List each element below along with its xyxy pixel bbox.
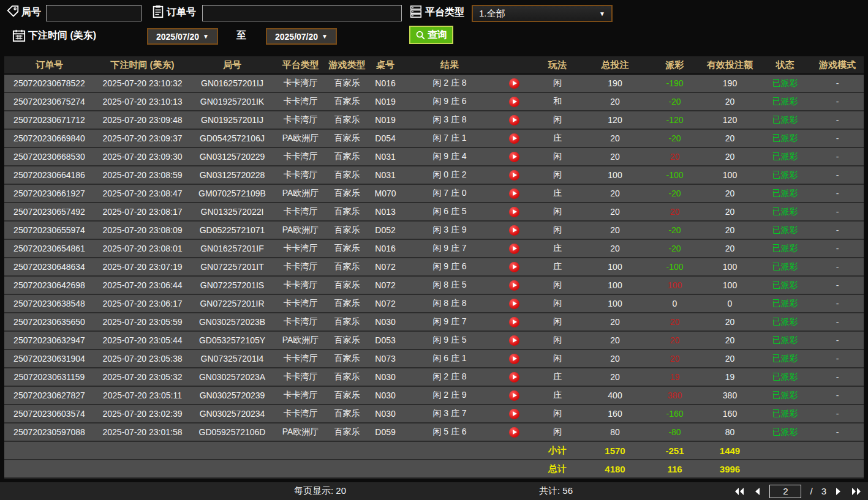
replay-play-button[interactable] <box>509 317 519 327</box>
cell-valid-bet: 100 <box>701 170 759 180</box>
order-no-label: 订单号 <box>167 6 196 19</box>
cell-game-mode: - <box>811 152 864 162</box>
cell-platform: 卡卡湾厅 <box>274 298 327 309</box>
previous-page-button[interactable] <box>753 487 761 496</box>
cell-table-no: N016 <box>367 244 404 253</box>
cell-order-no: 250720230603574 <box>4 409 94 419</box>
cell-status: 已派彩 <box>759 261 811 272</box>
cell-status: 已派彩 <box>759 371 811 382</box>
cell-game-type: 百家乐 <box>327 151 367 162</box>
replay-play-button[interactable] <box>509 188 519 199</box>
next-page-button[interactable] <box>835 487 842 496</box>
cell-game-mode: - <box>811 427 864 437</box>
cell-platform: 卡卡湾厅 <box>274 353 327 364</box>
cell-game-type: 百家乐 <box>327 390 367 401</box>
pagination-bar: 每页显示: 20 共计: 56 / 3 <box>0 481 868 500</box>
replay-play-button[interactable] <box>509 244 519 254</box>
current-page-input[interactable] <box>769 485 801 498</box>
cell-game-type: 百家乐 <box>327 114 367 125</box>
replay-play-button[interactable] <box>509 354 519 364</box>
replay-play-button[interactable] <box>509 225 519 236</box>
date-from-select[interactable]: 2025/07/20 ▼ <box>147 28 218 45</box>
last-page-button[interactable] <box>851 487 862 496</box>
cell-game-mode: - <box>811 372 864 382</box>
play-icon <box>513 118 517 122</box>
cell-order-no: 250720230655974 <box>4 225 94 235</box>
cell-game-no: GD05225721071 <box>191 225 274 235</box>
cell-game-type: 百家乐 <box>327 96 367 107</box>
col-header-game-type: 游戏类型 <box>327 59 367 71</box>
col-header-payout: 派彩 <box>649 59 701 71</box>
cell-game-mode: - <box>811 97 864 106</box>
replay-play-button[interactable] <box>509 335 519 346</box>
cell-total-bet: 100 <box>581 299 649 308</box>
cell-valid-bet: 80 <box>701 427 759 437</box>
cell-table-no: N030 <box>367 317 404 327</box>
cell-game-type: 百家乐 <box>327 335 367 346</box>
table-row: 250720230669840 2025-07-20 23:09:37 GD05… <box>4 130 864 148</box>
play-icon <box>513 246 517 251</box>
replay-play-button[interactable] <box>509 207 519 217</box>
cell-order-no: 250720230678522 <box>4 78 94 88</box>
tag-icon <box>6 5 20 18</box>
replay-play-button[interactable] <box>509 78 519 89</box>
cell-bet-time: 2025-07-20 23:10:32 <box>94 78 191 88</box>
cell-valid-bet: 120 <box>701 115 759 125</box>
replay-play-button[interactable] <box>509 280 519 291</box>
cell-valid-bet: 20 <box>701 152 759 162</box>
replay-play-button[interactable] <box>509 262 519 272</box>
cell-platform: 卡卡湾厅 <box>274 243 327 254</box>
platform-type-select[interactable]: 1.全部 ▼ <box>472 5 613 22</box>
date-to-select[interactable]: 2025/07/20 ▼ <box>266 28 337 45</box>
cell-payout: 380 <box>649 390 701 400</box>
replay-play-button[interactable] <box>509 97 519 107</box>
cell-total-bet: 100 <box>581 170 649 180</box>
cell-status: 已派彩 <box>759 170 811 181</box>
replay-play-button[interactable] <box>509 427 519 438</box>
cell-table-no: N019 <box>367 115 404 125</box>
cell-platform: 卡卡湾厅 <box>274 78 327 89</box>
cell-table-no: N030 <box>367 409 404 419</box>
cell-game-type: 百家乐 <box>327 371 367 382</box>
table-row: 250720230632947 2025-07-20 23:05:44 GD05… <box>4 332 864 350</box>
cell-game-no: GN03125720228 <box>191 170 274 180</box>
replay-play-button[interactable] <box>509 133 519 144</box>
cell-game-type: 百家乐 <box>327 133 367 144</box>
cell-game-no: GN072257201IR <box>191 299 274 308</box>
cell-table-no: D059 <box>367 427 404 437</box>
cell-valid-bet: 20 <box>701 207 759 217</box>
cell-platform: PA欧洲厅 <box>274 335 327 346</box>
search-button[interactable]: 查询 <box>409 26 453 44</box>
cell-total-bet: 20 <box>581 372 649 382</box>
game-no-input[interactable] <box>46 5 142 21</box>
cell-game-mode: - <box>811 244 864 253</box>
replay-play-button[interactable] <box>509 170 519 181</box>
cell-game-mode: - <box>811 188 864 198</box>
cell-total-bet: 20 <box>581 188 649 198</box>
replay-play-button[interactable] <box>509 372 519 382</box>
order-no-input[interactable] <box>202 5 402 21</box>
cell-order-no: 250720230635650 <box>4 317 94 327</box>
replay-play-button[interactable] <box>509 152 519 162</box>
replay-play-button[interactable] <box>509 390 519 401</box>
cell-status: 已派彩 <box>759 151 811 162</box>
calendar-icon <box>12 29 26 42</box>
cell-play-type: 庄 <box>534 390 581 401</box>
cell-result: 闲 6 庄 5 <box>404 206 496 217</box>
play-icon <box>513 173 517 177</box>
cell-game-no: GN016257201IJ <box>191 78 274 88</box>
cell-game-mode: - <box>811 115 864 125</box>
replay-play-button[interactable] <box>509 299 519 309</box>
replay-play-button[interactable] <box>509 409 519 419</box>
col-header-total-bet: 总投注 <box>581 59 649 71</box>
replay-play-button[interactable] <box>509 115 519 125</box>
cell-bet-time: 2025-07-20 23:05:32 <box>94 372 191 382</box>
cell-total-bet: 20 <box>581 97 649 106</box>
cell-play-type: 闲 <box>534 408 581 419</box>
platform-type-value: 1.全部 <box>479 8 505 20</box>
cell-game-type: 百家乐 <box>327 280 367 291</box>
cell-game-mode: - <box>811 354 864 364</box>
subtotal-valid: 1449 <box>701 446 759 456</box>
table-row: 250720230631159 2025-07-20 23:05:32 GN03… <box>4 368 864 387</box>
first-page-button[interactable] <box>734 487 745 496</box>
